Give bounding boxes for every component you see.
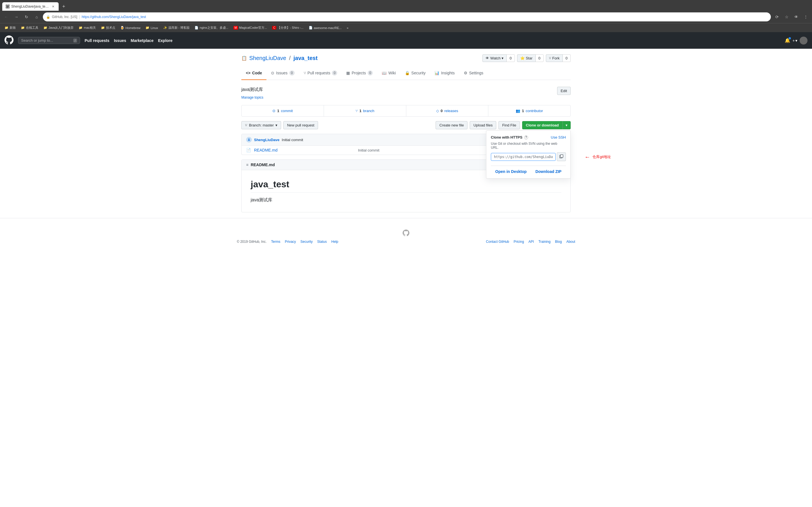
footer-status-link[interactable]: Status [317,240,327,244]
use-ssh-link[interactable]: Use SSH [551,135,566,139]
search-input[interactable] [21,38,71,43]
open-in-desktop-link[interactable]: Open in Desktop [495,169,527,174]
bookmark-icon: C [272,26,276,30]
bookmark-awesome-mac[interactable]: 📄 awesome-mac/RE... [306,25,344,31]
repo-header: 📋 ShengLiuDave / java_test 👁 Watch ▾ 0 ⭐… [241,54,571,62]
bookmark-tools[interactable]: 📁 在线工具 [18,25,41,31]
tab-security[interactable]: 🔒 Security [400,66,430,80]
branch-selector[interactable]: ⑂ Branch: master ▾ [241,121,281,129]
branches-stat[interactable]: ⑂ 1 branch [324,105,406,116]
bookmark-nginx[interactable]: 📄 nginx之安装、多虚... [192,25,231,31]
chevron-down-icon: ▾ [795,38,797,43]
home-button[interactable]: ⌂ [33,13,41,21]
back-button[interactable]: ← [2,13,10,21]
download-zip-link[interactable]: Download ZIP [536,169,562,174]
commits-stat[interactable]: ⊙ 1 commit [242,105,324,116]
menu-icon[interactable]: ⋮ [802,13,810,21]
bookmark-tech[interactable]: 📁 技术点 [99,25,117,31]
repo-owner-link[interactable]: ShengLiuDave [249,55,286,61]
clone-or-download-button[interactable]: Clone or download [522,121,562,129]
footer-blog-link[interactable]: Blog [555,240,562,244]
forward-button[interactable]: → [12,13,20,21]
file-toolbar: ⑂ Branch: master ▾ New pull request Crea… [241,121,571,129]
incognito-icon[interactable]: 👁 [792,13,800,21]
chevron-down-icon: ▾ [275,123,277,127]
address-bar[interactable]: 🔒 GitHub, Inc. [US] | https://github.com… [43,12,771,21]
branch-icon: ⑂ [245,123,247,127]
footer-links: © 2019 GitHub, Inc. Terms Privacy Securi… [237,240,575,244]
footer-privacy-link[interactable]: Privacy [285,240,296,244]
fork-button[interactable]: ⑂ Fork [546,54,563,62]
address-separator: | [79,15,80,19]
bookmark-java[interactable]: 📁 Java从入门到放弃 [41,25,76,31]
create-new-button[interactable]: + ▾ [793,38,797,43]
contributors-count: 1 [522,109,524,113]
tab-issues[interactable]: ⊙ Issues 0 [266,66,299,80]
reload-button[interactable]: ↻ [22,13,31,21]
tab-wiki[interactable]: 📖 Wiki [377,66,400,80]
new-tab-button[interactable]: + [60,3,68,10]
upload-files-button[interactable]: Upload files [470,121,496,129]
bookmark-xin-zhi[interactable]: 📁 新致 [2,25,18,31]
releases-stat[interactable]: ◇ 0 releases [406,105,489,116]
footer-training-link[interactable]: Training [539,240,551,244]
clone-dropdown-toggle[interactable]: ▾ [562,121,571,129]
bookmark-mac[interactable]: 📁 mac相关 [77,25,98,31]
bookmark-homebrew[interactable]: 🍺 Homebrew [118,25,143,31]
bookmark-more-label: » [347,26,349,30]
tab-code[interactable]: <> Code [241,66,266,80]
global-search[interactable]: / [18,37,80,44]
footer-terms-link[interactable]: Terms [271,240,281,244]
translate-icon[interactable]: ⟳ [773,13,781,21]
create-new-file-button[interactable]: Create new file [436,121,467,129]
footer-about-link[interactable]: About [566,240,575,244]
tab-pull-requests[interactable]: ⑂ Pull requests 0 [299,66,342,80]
repo-name-link[interactable]: java_test [294,55,318,61]
notifications-bell[interactable]: 🔔 [784,38,790,43]
commit-message: Initial commit [282,138,303,142]
bookmark-label: mac相关 [84,25,96,30]
bookmark-wenernew[interactable]: ✨ 温而新 - 博客园 [161,25,192,31]
tab-insights[interactable]: 📊 Insights [430,66,459,80]
clone-url-row: ← 仓库git地址 [491,152,566,161]
footer-security-link[interactable]: Security [301,240,313,244]
contributors-stat[interactable]: 👥 1 contributor [488,105,570,116]
repo-title: 📋 ShengLiuDave / java_test [241,55,317,61]
footer-help-link[interactable]: Help [331,240,338,244]
footer-contact-link[interactable]: Contact GitHub [486,240,509,244]
manage-topics-link[interactable]: Manage topics [241,96,263,100]
nav-pull-requests[interactable]: Pull requests [85,38,109,43]
settings-icon: ⚙ [464,71,467,75]
bookmark-shiro[interactable]: C 【分类】- Shiro -... [270,25,306,31]
tab-settings[interactable]: ⚙ Settings [459,66,488,80]
find-file-button[interactable]: Find File [499,121,520,129]
bookmark-more[interactable]: » [345,25,351,31]
tab-projects[interactable]: ▦ Projects 0 [342,66,377,80]
file-name-link[interactable]: README.md [254,148,358,152]
new-pull-request-button[interactable]: New pull request [283,121,318,129]
bookmark-linux[interactable]: 📁 Linux [143,25,160,31]
github-logo[interactable] [4,36,13,45]
user-avatar[interactable] [800,37,808,45]
watch-button[interactable]: 👁 Watch ▾ [483,54,507,62]
branches-count: 1 [359,109,361,113]
edit-description-button[interactable]: Edit [557,87,571,95]
tab-issues-label: Issues [276,71,287,75]
readme-body: java测试库 [251,197,561,203]
active-tab[interactable]: ShengLiuDave/java_test: java测... ✕ [2,2,59,11]
clone-copy-button[interactable] [557,152,566,161]
bookmark-label: awesome-mac/RE... [314,26,342,30]
tab-close-button[interactable]: ✕ [51,4,55,9]
footer-pricing-link[interactable]: Pricing [514,240,524,244]
tab-pr-label: Pull requests [308,71,331,75]
clone-url-input[interactable] [491,153,556,161]
commit-author-link[interactable]: ShengLiuDave [254,138,280,142]
footer-api-link[interactable]: API [528,240,534,244]
nav-marketplace[interactable]: Marketplace [131,38,154,43]
bookmark-magicalcoder[interactable]: M MagicalCoder官方... [231,25,269,31]
bookmark-folder-icon: 📁 [79,26,83,30]
nav-issues[interactable]: Issues [114,38,126,43]
star-button[interactable]: ⭐ Star [517,54,536,62]
nav-explore[interactable]: Explore [158,38,172,43]
star-page-icon[interactable]: ☆ [783,13,791,21]
